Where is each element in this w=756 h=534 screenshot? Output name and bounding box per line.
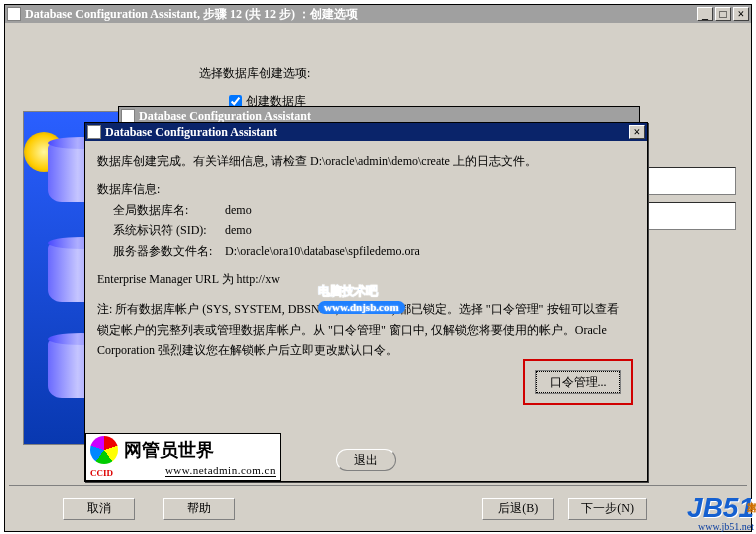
completion-message: 数据库创建完成。有关详细信息, 请检查 D:\oracle\admin\demo… — [97, 151, 635, 171]
next-button[interactable]: 下一步(N) — [568, 498, 647, 520]
highlighted-area: 口令管理... — [523, 359, 633, 405]
db-info-heading: 数据库信息: — [97, 179, 635, 199]
db-info-row: 系统标识符 (SID): demo — [97, 220, 635, 240]
dialog-titlebar: Database Configuration Assistant × — [85, 123, 647, 141]
sid-value: demo — [225, 220, 635, 240]
netadmin-brand: 网管员世界 — [124, 438, 214, 462]
netadmin-url: www.netadmin.com.cn — [165, 464, 276, 477]
completion-dialog: Database Configuration Assistant × 数据库创建… — [84, 122, 648, 482]
dialog-body: 数据库创建完成。有关详细信息, 请检查 D:\oracle\admin\demo… — [91, 145, 641, 441]
dialog-title: Database Configuration Assistant — [105, 125, 629, 140]
wizard-button-bar: 取消 帮助 后退(B) 下一步(N) — [9, 485, 747, 523]
maximize-button[interactable]: □ — [715, 7, 731, 21]
wizard-title: Database Configuration Assistant, 步骤 12 … — [25, 6, 697, 23]
app-icon — [121, 109, 135, 123]
spfile-label: 服务器参数文件名: — [97, 241, 225, 261]
netadmin-logo-icon — [90, 436, 118, 464]
db-info-row: 服务器参数文件名: D:\oracle\ora10\database\spfil… — [97, 241, 635, 261]
app-icon — [87, 125, 101, 139]
netadmin-watermark: 网管员世界 CCID www.netadmin.com.cn — [85, 433, 281, 481]
em-url-line: Enterprise Manager URL 为 http://xw — [97, 269, 635, 289]
ccid-label: CCID — [90, 468, 113, 478]
password-note: 注: 所有数据库帐户 (SYS, SYSTEM, DBSNMP, SYSMAN)… — [97, 299, 635, 360]
global-db-name-value: demo — [225, 200, 635, 220]
page-heading: 选择数据库创建选项: — [199, 65, 310, 82]
back-button[interactable]: 后退(B) — [482, 498, 554, 520]
cancel-button[interactable]: 取消 — [63, 498, 135, 520]
sid-label: 系统标识符 (SID): — [97, 220, 225, 240]
close-button[interactable]: × — [629, 125, 645, 139]
spfile-value: D:\oracle\ora10\database\spfiledemo.ora — [225, 241, 635, 261]
wizard-titlebar: Database Configuration Assistant, 步骤 12 … — [5, 5, 751, 23]
exit-button[interactable]: 退出 — [336, 449, 396, 471]
app-icon — [7, 7, 21, 21]
db-info-row: 全局数据库名: demo — [97, 200, 635, 220]
help-button[interactable]: 帮助 — [163, 498, 235, 520]
close-button[interactable]: × — [733, 7, 749, 21]
global-db-name-label: 全局数据库名: — [97, 200, 225, 220]
password-management-button[interactable]: 口令管理... — [536, 371, 620, 393]
minimize-button[interactable]: _ — [697, 7, 713, 21]
